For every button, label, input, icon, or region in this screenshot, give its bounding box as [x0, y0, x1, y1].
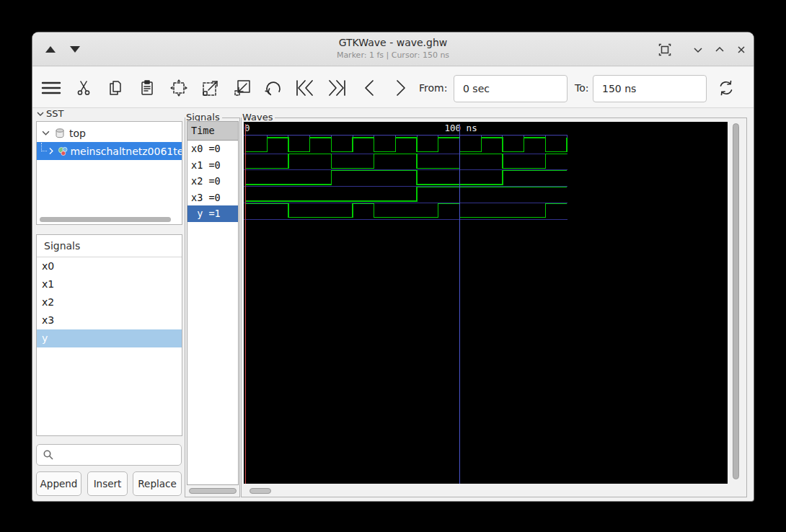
- marker-cursor-status: Marker: 1 fs | Cursor: 150 ns: [32, 50, 754, 60]
- list-item[interactable]: x2: [37, 293, 182, 311]
- copy-icon: [107, 79, 124, 97]
- expander-right-icon: [48, 147, 54, 155]
- waves-horizontal-scrollbar[interactable]: [250, 488, 271, 494]
- zoom-out-button[interactable]: [231, 77, 253, 99]
- append-button[interactable]: Append: [36, 471, 81, 496]
- zoom-fit-icon: [169, 79, 188, 97]
- close-button[interactable]: [733, 42, 749, 58]
- reload-button[interactable]: [715, 77, 737, 99]
- next-edge-button[interactable]: [390, 77, 412, 99]
- cut-button[interactable]: [73, 77, 94, 99]
- minimize-button[interactable]: [690, 42, 706, 58]
- search-icon: [43, 449, 54, 461]
- chevron-right-icon: [393, 79, 409, 97]
- tree-item-top[interactable]: top: [37, 124, 182, 142]
- signal-row[interactable]: x2 =0: [187, 173, 238, 190]
- cylinder-icon: [54, 128, 66, 139]
- list-item[interactable]: x3: [37, 311, 182, 329]
- undo-arrow-icon: [264, 79, 283, 97]
- signal-browser-panel: Signals x0x1x2x3y: [36, 234, 182, 436]
- signal-browser-header: Signals: [37, 235, 182, 257]
- signal-row[interactable]: x1 =0: [187, 157, 238, 174]
- signal-name-panel: Time x0 =0x1 =0x2 =0x3 =0 y =1: [187, 121, 239, 485]
- sst-header-label: SST: [46, 108, 63, 119]
- paste-button[interactable]: [136, 77, 158, 99]
- tree-item-label: top: [69, 128, 86, 139]
- scissors-icon: [75, 79, 92, 97]
- zoom-in-icon: [201, 79, 220, 97]
- from-label: From:: [419, 82, 447, 94]
- signal-row[interactable]: x0 =0: [187, 141, 238, 157]
- list-item[interactable]: x1: [37, 275, 182, 293]
- clipboard-paste-icon: [138, 79, 156, 97]
- expander-down-icon: [42, 130, 50, 136]
- signal-list-items: x0x1x2x3y: [37, 257, 182, 347]
- signal-rows: x0 =0x1 =0x2 =0x3 =0 y =1: [187, 141, 238, 222]
- replace-button-label: Replace: [138, 478, 176, 489]
- screen: { "window": { "title": "GTKWave - wave.g…: [0, 0, 786, 532]
- signal-row[interactable]: x3 =0: [187, 190, 238, 206]
- reload-icon: [717, 79, 736, 97]
- time-header[interactable]: Time: [187, 122, 238, 141]
- waves-vertical-scrollbar[interactable]: [731, 123, 741, 483]
- waveform-display: 0100 ns: [244, 122, 728, 484]
- go-to-start-button[interactable]: [294, 77, 316, 99]
- module-icon: [58, 146, 69, 157]
- copy-button[interactable]: [105, 77, 126, 99]
- tree-item-module[interactable]: meinschaltnetz0061testb: [37, 142, 182, 160]
- chevron-left-icon: [361, 79, 377, 97]
- titlebar: GTKWave - wave.ghw Marker: 1 fs | Cursor…: [32, 32, 754, 66]
- sst-section-header[interactable]: SST: [37, 108, 63, 119]
- go-to-end-button[interactable]: [326, 77, 348, 99]
- signals-horizontal-scrollbar[interactable]: [189, 488, 237, 494]
- append-button-label: Append: [40, 478, 78, 489]
- tree-horizontal-scrollbar[interactable]: [40, 217, 171, 222]
- insert-button-label: Insert: [94, 478, 122, 489]
- toolbar: From: To:: [32, 67, 754, 108]
- waves-frame: Waves 0100 ns: [241, 118, 747, 497]
- signals-frame: Signals Time x0 =0x1 =0x2 =0x3 =0 y =1: [185, 118, 240, 497]
- tree-item-label: meinschaltnetz0061testb: [70, 146, 182, 157]
- zoom-in-button[interactable]: [200, 77, 221, 99]
- zoom-fit-button[interactable]: [168, 77, 190, 99]
- chevron-down-icon: [37, 111, 44, 117]
- window-title: GTKWave - wave.ghw: [32, 37, 754, 48]
- list-item[interactable]: y: [37, 329, 182, 347]
- sst-tree-panel: top meinschaltnetz0061testb: [36, 121, 182, 225]
- maximize-button[interactable]: [712, 42, 728, 58]
- restore-icon: [658, 43, 671, 56]
- svg-text:100 ns: 100 ns: [445, 123, 477, 133]
- tree-branch-line: [41, 143, 47, 151]
- to-time-input[interactable]: [593, 75, 707, 102]
- hamburger-menu-icon: [41, 79, 61, 97]
- chevron-down-icon: [692, 44, 704, 56]
- undo-button[interactable]: [262, 77, 284, 99]
- wave-canvas[interactable]: 0100 ns: [244, 122, 728, 484]
- list-item[interactable]: x0: [37, 257, 182, 275]
- fast-forward-icon: [327, 79, 347, 97]
- close-icon: [736, 44, 747, 56]
- menu-button[interactable]: [40, 77, 62, 99]
- to-label: To:: [575, 82, 588, 94]
- waves-vertical-scrollbar-thumb[interactable]: [733, 123, 739, 479]
- prev-edge-button[interactable]: [358, 77, 380, 99]
- search-input[interactable]: [54, 445, 181, 465]
- chevron-up-icon: [714, 44, 725, 56]
- from-time-input[interactable]: [454, 75, 568, 102]
- restore-window-button[interactable]: [657, 42, 673, 58]
- insert-button[interactable]: Insert: [87, 471, 128, 496]
- gtkwave-window: GTKWave - wave.ghw Marker: 1 fs | Cursor…: [32, 32, 754, 501]
- zoom-out-icon: [233, 79, 252, 97]
- signal-search: [36, 444, 182, 466]
- fast-backward-icon: [295, 79, 315, 97]
- signal-row[interactable]: y =1: [187, 205, 238, 222]
- replace-button[interactable]: Replace: [133, 471, 182, 496]
